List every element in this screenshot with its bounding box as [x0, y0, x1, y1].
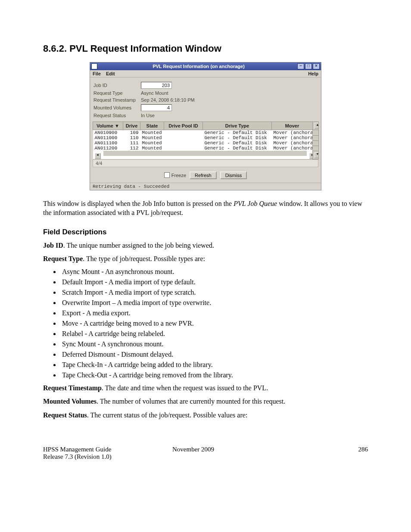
col-drive[interactable]: Drive [123, 122, 140, 130]
col-type[interactable]: Drive Type [203, 122, 272, 130]
label-request-type: Request Type [93, 90, 141, 96]
value-request-type: Async Mount [141, 90, 168, 96]
intro-paragraph: This window is displayed when the Job In… [43, 199, 368, 218]
desc-request-type: Request Type. The type of job/request. P… [43, 254, 368, 264]
list-item: Move - A cartridge being moved to a new … [60, 320, 368, 327]
statusbar: Retrieving data - Succeeded [90, 183, 321, 190]
value-request-status: In Use [141, 113, 155, 118]
minimize-icon[interactable]: – [297, 63, 304, 69]
table-row[interactable]: AN011000110MountedGeneric - Default Disk… [93, 135, 319, 140]
scroll-up-button[interactable]: ▲ [313, 122, 319, 130]
dismiss-button[interactable]: Dismiss [220, 171, 247, 179]
menu-help[interactable]: Help [308, 71, 318, 76]
footer-page: 286 [342, 446, 368, 460]
refresh-button[interactable]: Refresh [190, 171, 217, 179]
form-area: Job ID 203 Request Type Async Mount Requ… [90, 78, 321, 121]
table-row[interactable]: AN010900109MountedGeneric - Default Disk… [93, 130, 319, 136]
desc-request-status: Request Status. The current status of th… [43, 411, 368, 420]
desc-request-timestamp: Request Timestamp. The date and time whe… [43, 383, 368, 393]
table-row[interactable]: AN011100111MountedGeneric - Default Disk… [93, 140, 319, 146]
footer-date: November 2009 [172, 446, 342, 460]
row-counter: 4/4 [93, 159, 318, 167]
value-request-timestamp: Sep 24, 2008 6:18:10 PM [141, 97, 195, 103]
label-request-timestamp: Request Timestamp [93, 97, 141, 103]
window-title: PVL Request Information (on anchorage) [100, 64, 297, 69]
page-footer: HPSS Management Guide Release 7.3 (Revis… [43, 446, 368, 460]
pvl-request-window: PVL Request Information (on anchorage) –… [90, 62, 321, 190]
menu-edit[interactable]: Edit [106, 71, 115, 76]
system-menu-icon[interactable] [91, 63, 97, 69]
table-row[interactable]: AN011200112MountedGeneric - Default Disk… [93, 146, 319, 151]
desc-mounted-volumes: Mounted Volumes. The number of volumes t… [43, 397, 368, 406]
menubar: File Edit Help [90, 70, 321, 78]
field-mounted-volumes[interactable]: 4 [141, 104, 172, 111]
footer-guide: HPSS Management Guide [43, 446, 172, 453]
list-item: Tape Check-Out - A cartridge being remov… [60, 371, 368, 379]
scroll-left-button[interactable]: ◄ [95, 153, 101, 159]
list-item: Relabel - A cartridge being relabeled. [60, 330, 368, 338]
section-heading: 8.6.2. PVL Request Information Window [43, 43, 368, 54]
volumes-table: Volume ▼ Drive State Drive Pool ID Drive… [93, 121, 319, 159]
footer-release: Release 7.3 (Revision 1.0) [43, 453, 172, 460]
list-item: Default Import - A media import of type … [60, 278, 368, 286]
scroll-right-button[interactable]: ► [309, 153, 312, 159]
label-request-status: Request Status [93, 113, 141, 118]
scroll-down-button[interactable]: ▼ [313, 151, 319, 159]
freeze-label: Freeze [171, 173, 186, 178]
request-types-list: Async Mount - An asynchronous mount.Defa… [60, 268, 368, 379]
checkbox-icon [164, 172, 170, 178]
list-item: Scratch Import - A media import of type … [60, 289, 368, 296]
col-volume[interactable]: Volume ▼ [93, 122, 123, 130]
list-item: Overwrite Import – A media import of typ… [60, 299, 368, 307]
col-state[interactable]: State [140, 122, 164, 130]
label-job-id: Job ID [93, 83, 141, 88]
close-icon[interactable]: × [313, 63, 320, 69]
menu-file[interactable]: File [93, 71, 101, 76]
list-item: Tape Check-In - A cartridge being added … [60, 361, 368, 369]
field-job-id[interactable]: 203 [141, 82, 172, 89]
label-mounted-volumes: Mounted Volumes [93, 105, 141, 110]
freeze-checkbox[interactable]: Freeze [164, 172, 186, 178]
col-pool[interactable]: Drive Pool ID [164, 122, 203, 130]
titlebar: PVL Request Information (on anchorage) –… [90, 62, 321, 70]
button-row: Freeze Refresh Dismiss [90, 167, 321, 183]
list-item: Sync Mount - A synchronous mount. [60, 340, 368, 348]
col-mover[interactable]: Mover [272, 122, 313, 130]
list-item: Async Mount - An asynchronous mount. [60, 268, 368, 276]
maximize-icon[interactable]: □ [305, 63, 312, 69]
list-item: Export - A media export. [60, 309, 368, 317]
list-item: Deferred Dismount - Dismount delayed. [60, 351, 368, 358]
desc-job-id: Job ID. The unique number assigned to th… [43, 241, 368, 250]
hscroll-track[interactable]: ◄ ► [93, 151, 313, 159]
field-descriptions-heading: Field Descriptions [43, 228, 368, 236]
